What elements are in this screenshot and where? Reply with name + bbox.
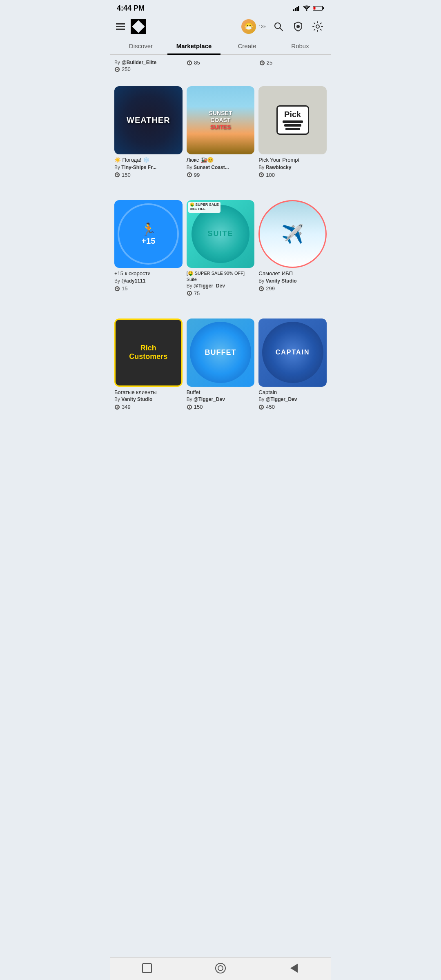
item-thumbnail-captain: CAPTAIN xyxy=(258,318,327,387)
top-item-2[interactable]: 85 xyxy=(187,59,254,66)
top-item-3[interactable]: 25 xyxy=(259,59,327,66)
svg-rect-6 xyxy=(323,7,324,9)
item-thumbnail-rich: RichCustomers xyxy=(114,318,183,387)
item-thumbnail-buffet: BUFFET xyxy=(187,318,255,387)
item-name-captain: Captain xyxy=(258,389,327,396)
item-thumbnail-sunset: SUNSETCOASTSUITES xyxy=(187,86,255,154)
item-by-sunset: By Sunset Coast... xyxy=(187,165,255,170)
robux-icon xyxy=(187,290,192,296)
item-card-sunset[interactable]: SUNSETCOASTSUITES Люкс 🚂😊 By Sunset Coas… xyxy=(187,86,255,178)
status-time: 4:44 PM xyxy=(117,4,145,13)
item-by-captain: By @Tigger_Dev xyxy=(258,396,327,402)
svg-line-9 xyxy=(280,28,283,31)
item-by-speed: By @ady1111 xyxy=(114,278,183,284)
item-by-buffet: By @Tigger_Dev xyxy=(187,396,255,402)
search-icon xyxy=(273,21,284,32)
item-card-rich[interactable]: RichCustomers Богатые клиенты By Vanity … xyxy=(114,318,183,410)
item-thumbnail-suite: 🤑 SUPER SALE90% OFF SUITE xyxy=(187,200,255,268)
item-by-pick: By Rawblocky xyxy=(258,165,327,170)
item-card-captain[interactable]: CAPTAIN Captain By @Tigger_Dev 450 xyxy=(258,318,327,410)
item-thumbnail-pick: Pick xyxy=(258,86,327,154)
tab-robux[interactable]: Robux xyxy=(274,38,327,55)
item-card-plane[interactable]: ✈️ Самолет ИБП By Vanity Studio 299 xyxy=(258,200,327,296)
robux-icon xyxy=(114,67,120,72)
item-price-suite: 75 xyxy=(187,290,255,296)
search-button[interactable] xyxy=(271,19,286,34)
svg-point-44 xyxy=(189,406,190,408)
battery-icon xyxy=(313,5,324,11)
item-card-weather[interactable]: WEATHER ☀️ Погода! ❄️ By Tiny-Ships Fr..… xyxy=(114,86,183,178)
item-price-sunset: 99 xyxy=(187,172,255,178)
items-grid-section3: RichCustomers Богатые клиенты By Vanity … xyxy=(114,313,327,414)
top-item-1-author: By @Builder_Elite xyxy=(114,60,182,65)
item-by-weather: By Tiny-Ships Fr... xyxy=(114,165,183,170)
avatar-container[interactable]: 😷 13+ xyxy=(241,19,266,34)
svg-rect-0 xyxy=(293,9,294,11)
svg-point-35 xyxy=(189,293,190,294)
svg-point-23 xyxy=(116,174,118,176)
hamburger-menu-button[interactable] xyxy=(116,23,125,30)
item-name-weather: ☀️ Погода! ❄️ xyxy=(114,157,183,164)
shield-icon xyxy=(293,21,303,32)
item-by-rich: By Vanity Studio xyxy=(114,396,183,402)
robux-icon xyxy=(114,404,120,410)
svg-point-38 xyxy=(261,288,263,290)
svg-point-4 xyxy=(306,10,307,11)
tab-marketplace[interactable]: Marketplace xyxy=(167,38,220,55)
top-item-3-price: 25 xyxy=(259,60,327,66)
nav-left xyxy=(116,19,146,34)
item-thumbnail-weather: WEATHER xyxy=(114,86,183,154)
robux-icon xyxy=(258,172,264,178)
item-thumbnail-speed: 🏃 +15 xyxy=(114,200,183,268)
item-card-suite[interactable]: 🤑 SUPER SALE90% OFF SUITE [🤑 SUPER SALE … xyxy=(187,200,255,296)
svg-rect-3 xyxy=(298,6,299,11)
items-grid-section1: WEATHER ☀️ Погода! ❄️ By Tiny-Ships Fr..… xyxy=(114,80,327,181)
signal-icon xyxy=(293,5,301,11)
nav-right: 😷 13+ xyxy=(241,19,325,34)
items-grid-section2: 🏃 +15 +15 к скорости By @ady1111 15 🤑 SU xyxy=(114,194,327,300)
item-price-pick: 100 xyxy=(258,172,327,178)
roblox-logo-inner xyxy=(132,20,145,33)
top-nav: 😷 13+ xyxy=(110,15,331,38)
sale-badge: 🤑 SUPER SALE90% OFF xyxy=(188,202,220,213)
top-partial-row: By @Builder_Elite 250 85 xyxy=(114,55,327,74)
roblox-logo[interactable] xyxy=(131,19,146,34)
item-name-suite: [🤑 SUPER SALE 90% OFF] Suite xyxy=(187,270,255,282)
top-item-1-price: 250 xyxy=(114,66,182,72)
item-name-sunset: Люкс 🚂😊 xyxy=(187,157,255,164)
robux-shield-button[interactable] xyxy=(291,19,305,34)
status-icons xyxy=(293,5,324,11)
robux-icon xyxy=(258,286,264,292)
item-thumbnail-plane: ✈️ xyxy=(258,200,327,268)
robux-icon xyxy=(187,172,192,178)
svg-point-29 xyxy=(261,174,263,176)
robux-icon xyxy=(114,286,120,292)
svg-point-14 xyxy=(116,69,118,70)
svg-rect-2 xyxy=(296,7,298,11)
item-card-pick[interactable]: Pick Pick Your Prompt By Rawblocky xyxy=(258,86,327,178)
svg-rect-7 xyxy=(314,7,316,10)
svg-rect-1 xyxy=(295,8,296,11)
item-card-buffet[interactable]: BUFFET Buffet By @Tigger_Dev 150 xyxy=(187,318,255,410)
item-price-buffet: 150 xyxy=(187,404,255,410)
item-price-plane: 299 xyxy=(258,285,327,292)
svg-point-26 xyxy=(189,174,190,176)
item-card-speed[interactable]: 🏃 +15 +15 к скорости By @ady1111 15 xyxy=(114,200,183,296)
svg-point-32 xyxy=(116,288,118,290)
item-price-speed: 15 xyxy=(114,285,183,292)
top-item-1[interactable]: By @Builder_Elite 250 xyxy=(114,59,182,72)
robux-icon xyxy=(187,60,192,66)
svg-point-10 xyxy=(296,25,300,28)
robux-icon xyxy=(114,172,120,178)
item-name-speed: +15 к скорости xyxy=(114,270,183,277)
wifi-icon xyxy=(303,5,310,11)
tab-create[interactable]: Create xyxy=(220,38,274,55)
top-item-2-price: 85 xyxy=(187,60,254,66)
settings-button[interactable] xyxy=(310,19,325,34)
svg-point-20 xyxy=(261,62,263,64)
tab-discover[interactable]: Discover xyxy=(114,38,167,55)
status-bar: 4:44 PM xyxy=(110,0,331,15)
svg-point-11 xyxy=(316,25,319,28)
item-name-plane: Самолет ИБП xyxy=(258,270,327,277)
age-badge: 13+ xyxy=(258,24,266,29)
